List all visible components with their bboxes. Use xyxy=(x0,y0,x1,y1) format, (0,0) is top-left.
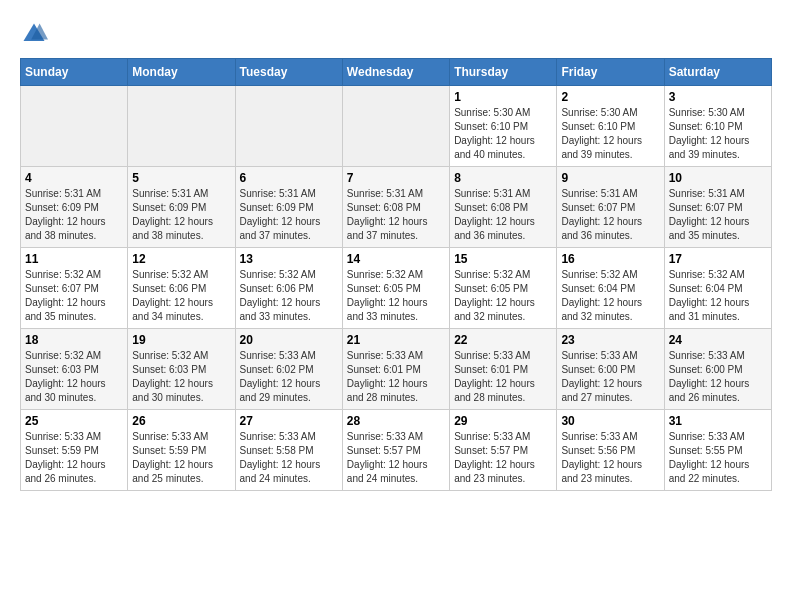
day-number: 24 xyxy=(669,333,767,347)
day-info: Sunrise: 5:31 AM Sunset: 6:09 PM Dayligh… xyxy=(25,187,123,243)
day-info: Sunrise: 5:31 AM Sunset: 6:08 PM Dayligh… xyxy=(454,187,552,243)
calendar-day-cell: 11Sunrise: 5:32 AM Sunset: 6:07 PM Dayli… xyxy=(21,248,128,329)
day-info: Sunrise: 5:33 AM Sunset: 5:56 PM Dayligh… xyxy=(561,430,659,486)
calendar-day-cell: 10Sunrise: 5:31 AM Sunset: 6:07 PM Dayli… xyxy=(664,167,771,248)
day-number: 31 xyxy=(669,414,767,428)
calendar-day-cell: 30Sunrise: 5:33 AM Sunset: 5:56 PM Dayli… xyxy=(557,410,664,491)
day-info: Sunrise: 5:32 AM Sunset: 6:05 PM Dayligh… xyxy=(454,268,552,324)
calendar-day-cell: 14Sunrise: 5:32 AM Sunset: 6:05 PM Dayli… xyxy=(342,248,449,329)
day-number: 29 xyxy=(454,414,552,428)
calendar-day-cell: 31Sunrise: 5:33 AM Sunset: 5:55 PM Dayli… xyxy=(664,410,771,491)
calendar-day-cell: 5Sunrise: 5:31 AM Sunset: 6:09 PM Daylig… xyxy=(128,167,235,248)
day-info: Sunrise: 5:33 AM Sunset: 5:57 PM Dayligh… xyxy=(347,430,445,486)
day-number: 5 xyxy=(132,171,230,185)
calendar-day-cell: 28Sunrise: 5:33 AM Sunset: 5:57 PM Dayli… xyxy=(342,410,449,491)
day-info: Sunrise: 5:30 AM Sunset: 6:10 PM Dayligh… xyxy=(454,106,552,162)
day-number: 14 xyxy=(347,252,445,266)
day-info: Sunrise: 5:33 AM Sunset: 6:01 PM Dayligh… xyxy=(454,349,552,405)
day-number: 2 xyxy=(561,90,659,104)
calendar-week-row: 18Sunrise: 5:32 AM Sunset: 6:03 PM Dayli… xyxy=(21,329,772,410)
calendar-day-cell: 6Sunrise: 5:31 AM Sunset: 6:09 PM Daylig… xyxy=(235,167,342,248)
calendar-day-header: Saturday xyxy=(664,59,771,86)
day-info: Sunrise: 5:33 AM Sunset: 5:57 PM Dayligh… xyxy=(454,430,552,486)
calendar-day-cell xyxy=(235,86,342,167)
day-info: Sunrise: 5:31 AM Sunset: 6:07 PM Dayligh… xyxy=(561,187,659,243)
calendar-day-cell: 23Sunrise: 5:33 AM Sunset: 6:00 PM Dayli… xyxy=(557,329,664,410)
day-number: 8 xyxy=(454,171,552,185)
day-number: 30 xyxy=(561,414,659,428)
day-info: Sunrise: 5:32 AM Sunset: 6:03 PM Dayligh… xyxy=(25,349,123,405)
day-number: 20 xyxy=(240,333,338,347)
calendar-day-header: Monday xyxy=(128,59,235,86)
day-info: Sunrise: 5:32 AM Sunset: 6:05 PM Dayligh… xyxy=(347,268,445,324)
calendar-day-header: Wednesday xyxy=(342,59,449,86)
day-info: Sunrise: 5:33 AM Sunset: 6:01 PM Dayligh… xyxy=(347,349,445,405)
day-number: 19 xyxy=(132,333,230,347)
day-number: 7 xyxy=(347,171,445,185)
calendar-week-row: 1Sunrise: 5:30 AM Sunset: 6:10 PM Daylig… xyxy=(21,86,772,167)
day-info: Sunrise: 5:31 AM Sunset: 6:08 PM Dayligh… xyxy=(347,187,445,243)
day-number: 17 xyxy=(669,252,767,266)
day-info: Sunrise: 5:30 AM Sunset: 6:10 PM Dayligh… xyxy=(561,106,659,162)
calendar-day-cell: 7Sunrise: 5:31 AM Sunset: 6:08 PM Daylig… xyxy=(342,167,449,248)
calendar-table: SundayMondayTuesdayWednesdayThursdayFrid… xyxy=(20,58,772,491)
calendar-day-cell: 26Sunrise: 5:33 AM Sunset: 5:59 PM Dayli… xyxy=(128,410,235,491)
day-number: 4 xyxy=(25,171,123,185)
calendar-day-header: Sunday xyxy=(21,59,128,86)
day-number: 25 xyxy=(25,414,123,428)
day-number: 11 xyxy=(25,252,123,266)
day-number: 27 xyxy=(240,414,338,428)
logo-icon xyxy=(20,20,48,48)
calendar-day-cell: 3Sunrise: 5:30 AM Sunset: 6:10 PM Daylig… xyxy=(664,86,771,167)
calendar-day-header: Friday xyxy=(557,59,664,86)
calendar-week-row: 11Sunrise: 5:32 AM Sunset: 6:07 PM Dayli… xyxy=(21,248,772,329)
day-number: 28 xyxy=(347,414,445,428)
calendar-day-cell: 15Sunrise: 5:32 AM Sunset: 6:05 PM Dayli… xyxy=(450,248,557,329)
day-number: 18 xyxy=(25,333,123,347)
calendar-day-cell: 22Sunrise: 5:33 AM Sunset: 6:01 PM Dayli… xyxy=(450,329,557,410)
calendar-week-row: 4Sunrise: 5:31 AM Sunset: 6:09 PM Daylig… xyxy=(21,167,772,248)
day-info: Sunrise: 5:33 AM Sunset: 5:55 PM Dayligh… xyxy=(669,430,767,486)
day-number: 9 xyxy=(561,171,659,185)
calendar-day-cell: 9Sunrise: 5:31 AM Sunset: 6:07 PM Daylig… xyxy=(557,167,664,248)
day-number: 23 xyxy=(561,333,659,347)
calendar-day-header: Tuesday xyxy=(235,59,342,86)
calendar-day-cell: 17Sunrise: 5:32 AM Sunset: 6:04 PM Dayli… xyxy=(664,248,771,329)
day-info: Sunrise: 5:32 AM Sunset: 6:07 PM Dayligh… xyxy=(25,268,123,324)
calendar-day-cell: 13Sunrise: 5:32 AM Sunset: 6:06 PM Dayli… xyxy=(235,248,342,329)
day-number: 1 xyxy=(454,90,552,104)
calendar-day-cell: 12Sunrise: 5:32 AM Sunset: 6:06 PM Dayli… xyxy=(128,248,235,329)
day-info: Sunrise: 5:32 AM Sunset: 6:04 PM Dayligh… xyxy=(561,268,659,324)
day-number: 6 xyxy=(240,171,338,185)
calendar-day-cell: 24Sunrise: 5:33 AM Sunset: 6:00 PM Dayli… xyxy=(664,329,771,410)
day-info: Sunrise: 5:33 AM Sunset: 6:02 PM Dayligh… xyxy=(240,349,338,405)
day-info: Sunrise: 5:31 AM Sunset: 6:09 PM Dayligh… xyxy=(132,187,230,243)
day-number: 10 xyxy=(669,171,767,185)
day-number: 22 xyxy=(454,333,552,347)
calendar-day-cell: 20Sunrise: 5:33 AM Sunset: 6:02 PM Dayli… xyxy=(235,329,342,410)
calendar-day-cell xyxy=(128,86,235,167)
page-header xyxy=(20,20,772,48)
day-info: Sunrise: 5:33 AM Sunset: 5:59 PM Dayligh… xyxy=(132,430,230,486)
logo xyxy=(20,20,52,48)
day-info: Sunrise: 5:31 AM Sunset: 6:09 PM Dayligh… xyxy=(240,187,338,243)
calendar-day-cell: 8Sunrise: 5:31 AM Sunset: 6:08 PM Daylig… xyxy=(450,167,557,248)
day-info: Sunrise: 5:32 AM Sunset: 6:06 PM Dayligh… xyxy=(240,268,338,324)
day-number: 26 xyxy=(132,414,230,428)
day-info: Sunrise: 5:32 AM Sunset: 6:06 PM Dayligh… xyxy=(132,268,230,324)
calendar-day-cell: 21Sunrise: 5:33 AM Sunset: 6:01 PM Dayli… xyxy=(342,329,449,410)
day-number: 3 xyxy=(669,90,767,104)
calendar-week-row: 25Sunrise: 5:33 AM Sunset: 5:59 PM Dayli… xyxy=(21,410,772,491)
calendar-day-cell: 18Sunrise: 5:32 AM Sunset: 6:03 PM Dayli… xyxy=(21,329,128,410)
day-info: Sunrise: 5:31 AM Sunset: 6:07 PM Dayligh… xyxy=(669,187,767,243)
day-info: Sunrise: 5:33 AM Sunset: 6:00 PM Dayligh… xyxy=(561,349,659,405)
calendar-day-cell xyxy=(342,86,449,167)
calendar-day-cell: 16Sunrise: 5:32 AM Sunset: 6:04 PM Dayli… xyxy=(557,248,664,329)
calendar-day-cell: 1Sunrise: 5:30 AM Sunset: 6:10 PM Daylig… xyxy=(450,86,557,167)
day-number: 21 xyxy=(347,333,445,347)
day-number: 12 xyxy=(132,252,230,266)
calendar-day-cell xyxy=(21,86,128,167)
day-number: 15 xyxy=(454,252,552,266)
calendar-day-header: Thursday xyxy=(450,59,557,86)
calendar-day-cell: 25Sunrise: 5:33 AM Sunset: 5:59 PM Dayli… xyxy=(21,410,128,491)
